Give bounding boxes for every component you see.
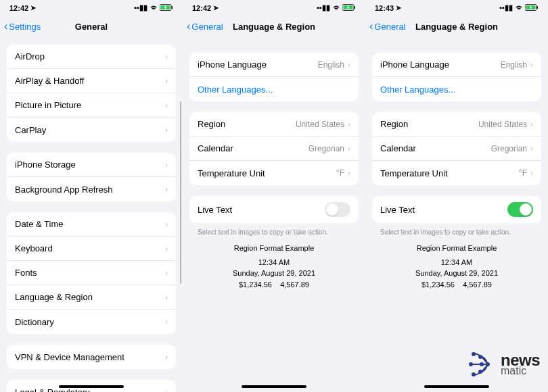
row-dictionary[interactable]: Dictionary›	[7, 310, 176, 334]
chevron-right-icon: ›	[165, 244, 168, 253]
row-iphone-language[interactable]: iPhone Language English›	[372, 53, 541, 77]
chevron-right-icon: ›	[165, 387, 168, 392]
row-live-text[interactable]: Live Text	[189, 196, 359, 223]
group-3: Date & Time› Keyboard› Fonts› Language &…	[7, 212, 176, 334]
location-icon: ➤	[213, 4, 219, 11]
row-airplay-handoff[interactable]: AirPlay & Handoff›	[7, 69, 176, 93]
status-time: 12:42	[192, 4, 211, 12]
row-language-region[interactable]: Language & Region›	[7, 285, 176, 310]
page-title: Language & Region	[233, 22, 315, 32]
row-fonts[interactable]: Fonts›	[7, 261, 176, 285]
page-title: Language & Region	[415, 22, 498, 32]
live-text-footer: Select text in images to copy or take ac…	[372, 226, 541, 243]
group-language: iPhone Language English› Other Languages…	[189, 53, 359, 101]
chevron-right-icon: ›	[348, 60, 350, 70]
chevron-right-icon: ›	[165, 160, 168, 170]
wifi-icon	[150, 4, 158, 12]
row-region[interactable]: Region United States›	[189, 112, 359, 137]
content-area: AirDrop› AirPlay & Handoff› Picture in P…	[0, 39, 183, 392]
live-text-switch[interactable]	[325, 202, 350, 217]
group-language: iPhone Language English› Other Languages…	[372, 53, 541, 101]
chevron-left-icon: ‹	[4, 20, 7, 32]
group-region: Region United States› Calendar Gregorian…	[189, 112, 359, 185]
page-title: General	[75, 22, 108, 32]
scroll-indicator[interactable]	[180, 101, 181, 284]
row-date-time[interactable]: Date & Time›	[7, 212, 176, 237]
row-carplay[interactable]: CarPlay›	[7, 118, 176, 142]
chevron-right-icon: ›	[165, 293, 168, 302]
chevron-right-icon: ›	[530, 168, 533, 178]
chevron-left-icon: ‹	[187, 20, 190, 32]
chevron-right-icon: ›	[348, 120, 350, 129]
chevron-right-icon: ›	[165, 220, 168, 229]
chevron-right-icon: ›	[348, 168, 350, 178]
chevron-right-icon: ›	[165, 352, 168, 362]
group-4: VPN & Device Management›	[7, 345, 176, 369]
home-indicator[interactable]	[424, 385, 489, 388]
chevron-right-icon: ›	[530, 60, 533, 70]
row-airdrop[interactable]: AirDrop›	[7, 45, 176, 69]
wifi-icon	[515, 4, 523, 12]
row-live-text[interactable]: Live Text	[372, 196, 541, 223]
status-bar: 12:43 ➤ ▪▪▮▮	[365, 0, 548, 14]
row-picture-in-picture[interactable]: Picture in Picture›	[7, 93, 176, 118]
region-format-example: Region Format Example 12:34 AM Sunday, A…	[189, 243, 359, 290]
home-indicator[interactable]	[59, 385, 124, 388]
svg-rect-2	[172, 6, 173, 9]
group-live-text: Live Text	[189, 196, 359, 223]
phone-screen-language-region-on: 12:43 ➤ ▪▪▮▮ ‹ General Language & Region…	[365, 0, 548, 392]
row-temperature-unit[interactable]: Temperature Unit °F›	[372, 161, 541, 185]
back-button[interactable]: ‹ Settings	[4, 20, 41, 32]
chevron-right-icon: ›	[165, 76, 168, 86]
status-time: 12:42	[9, 4, 28, 12]
group-live-text: Live Text	[372, 196, 541, 223]
row-iphone-language[interactable]: iPhone Language English›	[189, 53, 359, 77]
home-indicator[interactable]	[242, 385, 306, 388]
chevron-right-icon: ›	[165, 52, 168, 62]
status-time: 12:43	[375, 4, 394, 12]
status-bar: 12:42 ➤ ▪▪▮▮	[183, 0, 365, 14]
content-area: iPhone Language English› Other Languages…	[365, 39, 548, 392]
row-vpn-device-management[interactable]: VPN & Device Management›	[7, 345, 176, 369]
battery-icon	[525, 4, 539, 12]
group-1: AirDrop› AirPlay & Handoff› Picture in P…	[7, 45, 176, 142]
row-calendar[interactable]: Calendar Gregorian›	[189, 137, 359, 161]
chevron-right-icon: ›	[165, 317, 168, 326]
row-calendar[interactable]: Calendar Gregorian›	[372, 137, 541, 161]
live-text-switch[interactable]	[507, 202, 533, 217]
battery-icon	[342, 4, 356, 12]
nav-bar: ‹ Settings General	[0, 14, 183, 39]
row-background-app-refresh[interactable]: Background App Refresh›	[7, 177, 176, 201]
signal-icon: ▪▪▮▮	[134, 3, 147, 12]
location-icon: ➤	[30, 4, 36, 11]
logo-mark-icon	[465, 349, 497, 380]
signal-icon: ▪▪▮▮	[317, 3, 330, 12]
status-bar: 12:42 ➤ ▪▪▮▮	[0, 0, 183, 14]
row-region[interactable]: Region United States›	[372, 112, 541, 137]
back-label: Settings	[9, 22, 41, 32]
row-other-languages[interactable]: Other Languages...	[189, 77, 359, 101]
content-area: iPhone Language English› Other Languages…	[183, 39, 365, 392]
row-temperature-unit[interactable]: Temperature Unit °F›	[189, 161, 359, 185]
svg-rect-8	[537, 6, 539, 9]
phone-screen-general: 12:42 ➤ ▪▪▮▮ ‹ Settings General AirDrop›…	[0, 0, 183, 392]
region-format-example: Region Format Example 12:34 AM Sunday, A…	[372, 243, 541, 290]
group-region: Region United States› Calendar Gregorian…	[372, 112, 541, 185]
live-text-footer: Select text in images to copy or take ac…	[189, 226, 359, 243]
row-other-languages[interactable]: Other Languages...	[372, 77, 541, 101]
chevron-right-icon: ›	[165, 185, 168, 194]
chevron-right-icon: ›	[530, 120, 533, 129]
location-icon: ➤	[396, 4, 401, 11]
signal-icon: ▪▪▮▮	[499, 3, 513, 12]
back-label: General	[191, 22, 223, 32]
row-keyboard[interactable]: Keyboard›	[7, 237, 176, 261]
row-iphone-storage[interactable]: iPhone Storage›	[7, 153, 176, 177]
chevron-left-icon: ‹	[369, 20, 373, 32]
wifi-icon	[332, 4, 340, 12]
newsmatic-logo: news matic	[465, 349, 540, 380]
battery-icon	[160, 4, 173, 12]
back-button[interactable]: ‹ General	[187, 20, 223, 32]
chevron-right-icon: ›	[165, 268, 168, 278]
back-button[interactable]: ‹ General	[369, 20, 406, 32]
nav-bar: ‹ General Language & Region	[183, 14, 365, 39]
